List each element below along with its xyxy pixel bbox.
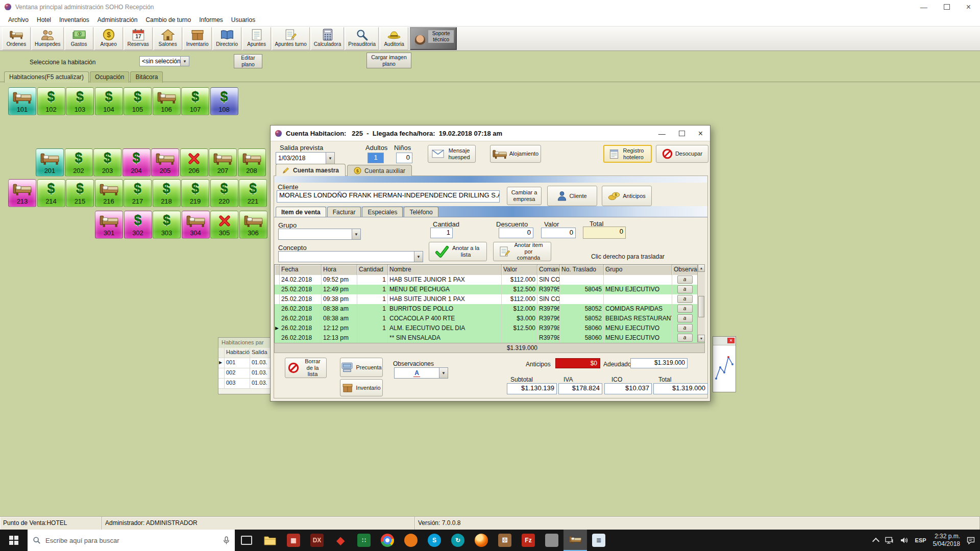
tab-bitacora[interactable]: Bitácora <box>130 71 163 83</box>
grid-col-grupo[interactable]: Grupo <box>604 265 672 275</box>
tab-ocupacion[interactable]: Ocupación <box>90 71 129 83</box>
room-tile-219[interactable]: $219 <box>181 179 209 207</box>
grid-col-nombre[interactable]: Nombre <box>388 265 502 275</box>
tab-facturar[interactable]: Facturar <box>327 207 361 217</box>
anotar-lista-button[interactable]: Anotar a la lista <box>429 242 487 261</box>
room-tile-101[interactable]: 101 <box>8 87 36 115</box>
scroll-down-icon[interactable]: ▼ <box>698 335 705 342</box>
toolbar-button-apuntes-turno[interactable]: Apuntes turno <box>272 27 310 50</box>
sale-row-1[interactable]: 25.02.201812:49 pm1MENU DE PECHUGA$12.50… <box>275 285 704 294</box>
observation-button[interactable]: a <box>677 324 693 332</box>
precuenta-button[interactable]: Precuenta <box>340 358 383 377</box>
tab-cuenta-maestra[interactable]: Cuenta maestra <box>276 164 346 176</box>
tray-expand-icon[interactable] <box>872 538 879 545</box>
mensaje-huesped-button[interactable]: Mensaje huesped <box>428 145 476 163</box>
registro-hotelero-button[interactable]: Registro hotelero <box>603 145 652 163</box>
observation-button[interactable]: a <box>677 295 693 303</box>
grid-col-hora[interactable]: Hora <box>322 265 357 275</box>
toolbar-button-soporte-tecnico[interactable]: Soporte técnico <box>410 27 457 50</box>
taskbar-search[interactable]: Escribe aquí para buscar <box>28 530 235 551</box>
taskbar-app-hotel-app[interactable] <box>564 530 587 551</box>
tab-especiales[interactable]: Especiales <box>362 207 403 217</box>
menu-informes[interactable]: Informes <box>195 15 227 25</box>
toolbar-button-ordenes[interactable]: Ordenes <box>2 27 31 50</box>
speaker-icon[interactable] <box>900 537 909 544</box>
toolbar-button-arqueo[interactable]: $Arqueo <box>94 27 123 50</box>
room-tile-107[interactable]: $107 <box>181 87 209 115</box>
taskbar-app-chrome-browser[interactable] <box>376 530 399 551</box>
inventario-button[interactable]: Inventario <box>340 379 383 396</box>
sale-row-6[interactable]: 26.02.201812:13 pm** SIN ENSALADAR397980… <box>275 333 704 343</box>
room-tile-205[interactable]: 205 <box>151 148 179 177</box>
adultos-field[interactable]: 1 <box>368 153 384 163</box>
room-tile-220[interactable]: $220 <box>210 179 238 207</box>
taskbar-clock[interactable]: 2:32 p.m. 5/04/2018 <box>933 533 960 548</box>
room-tile-302[interactable]: $302 <box>124 211 152 239</box>
sale-row-0[interactable]: 24.02.201809:52 pm1HAB SUITE JUNIOR 1 PA… <box>275 275 704 285</box>
ninos-field[interactable]: 0 <box>396 153 412 163</box>
grid-col-fecha[interactable]: Fecha <box>280 265 322 275</box>
taskbar-app-file-explorer[interactable] <box>258 530 282 551</box>
taskbar-app-firefox-browser[interactable] <box>470 530 493 551</box>
grid-scrollbar[interactable]: ▲ ▼ <box>697 264 705 342</box>
anticipos-button[interactable]: $ Anticipos <box>602 186 652 206</box>
room-tile-106[interactable]: 106 <box>153 87 181 115</box>
room-tile-202[interactable]: $202 <box>65 148 93 177</box>
sale-row-2[interactable]: 25.02.201809:38 pm1HAB SUITE JUNIOR 1 PA… <box>275 294 704 304</box>
sale-row-4[interactable]: 26.02.201808:38 am1COCACOLA P 400 RTE$3.… <box>275 314 704 323</box>
grid-col-cantidad[interactable]: Cantidad <box>357 265 388 275</box>
taskbar-app-dx-app[interactable]: DX <box>305 530 329 551</box>
valor-field[interactable]: 0 <box>541 228 576 238</box>
room-tile-104[interactable]: $104 <box>95 87 123 115</box>
menu-usuarios[interactable]: Usuarios <box>227 15 259 25</box>
taskbar-app-red-diamond-app[interactable]: ◆ <box>329 530 352 551</box>
maximize-button[interactable] <box>944 4 950 11</box>
room-tile-217[interactable]: $217 <box>124 179 152 207</box>
background-window-fragment[interactable]: ✕ <box>713 336 736 392</box>
observation-button[interactable]: a <box>677 334 693 342</box>
toolbar-button-apuntes[interactable]: Apuntes <box>242 27 271 50</box>
taskbar-app-sync-app[interactable]: ↻ <box>446 530 470 551</box>
menu-archivo[interactable]: Archivo <box>4 15 33 25</box>
borrar-lista-button[interactable]: Borrar de la lista <box>285 358 327 378</box>
grid-col-comanda[interactable]: Comanda <box>537 265 560 275</box>
observation-button[interactable]: a <box>677 276 693 284</box>
dialog-close-button[interactable]: × <box>698 130 703 138</box>
observation-button[interactable]: a <box>677 305 693 313</box>
room-tile-221[interactable]: $221 <box>239 179 267 207</box>
room-tile-303[interactable]: $303 <box>153 211 181 239</box>
toolbar-button-gastos[interactable]: $Gastos <box>65 27 93 50</box>
alojamiento-button[interactable]: Alojamiento <box>490 145 541 163</box>
concepto-combo[interactable]: ▼ <box>278 251 423 262</box>
room-tile-218[interactable]: $218 <box>153 179 181 207</box>
room-tile-108[interactable]: $108 <box>210 87 238 115</box>
room-tile-306[interactable]: 306 <box>239 211 267 239</box>
room-tile-305[interactable]: 305 <box>210 211 238 239</box>
room-tile-214[interactable]: $214 <box>37 179 65 207</box>
taskbar-app-red-grid-app[interactable]: ▦ <box>282 530 305 551</box>
network-icon[interactable] <box>885 537 894 544</box>
salida-prevista-combo[interactable]: 1/03/2018 ▼ <box>276 152 335 164</box>
room-tile-204[interactable]: $204 <box>122 148 151 177</box>
grid-col-valor[interactable]: Valor <box>502 265 537 275</box>
task-view-button[interactable] <box>235 530 258 551</box>
desocupar-button[interactable]: Desocupar <box>656 145 708 163</box>
cliente-button[interactable]: Cliente <box>547 186 597 206</box>
menu-administracion[interactable]: Administración <box>93 15 142 25</box>
grupo-combo[interactable]: ▼ <box>278 229 361 240</box>
room-tile-215[interactable]: $215 <box>66 179 94 207</box>
grid-col-no-traslado[interactable]: No. Traslado <box>560 265 604 275</box>
toolbar-button-reservas[interactable]: 17Reservas <box>124 27 153 50</box>
tab-cuenta-auxiliar[interactable]: $Cuenta auxiliar <box>347 165 412 176</box>
minimize-button[interactable]: — <box>920 4 927 11</box>
room-tile-208[interactable]: 208 <box>238 148 266 177</box>
menu-hotel[interactable]: Hotel <box>33 15 55 25</box>
toolbar-button-huespedes[interactable]: Huespedes <box>32 27 64 50</box>
dialog-maximize-button[interactable] <box>679 130 685 137</box>
room-tile-216[interactable]: 216 <box>95 179 123 207</box>
room-tile-102[interactable]: $102 <box>37 87 65 115</box>
tab-habitaciones-f5-actualizar[interactable]: Habitaciones(F5 actualizar) <box>4 71 89 83</box>
cambiar-empresa-button[interactable]: Cambiar a empresa <box>507 187 542 205</box>
taskbar-app-orange-app[interactable] <box>399 530 423 551</box>
start-button[interactable] <box>0 530 28 551</box>
